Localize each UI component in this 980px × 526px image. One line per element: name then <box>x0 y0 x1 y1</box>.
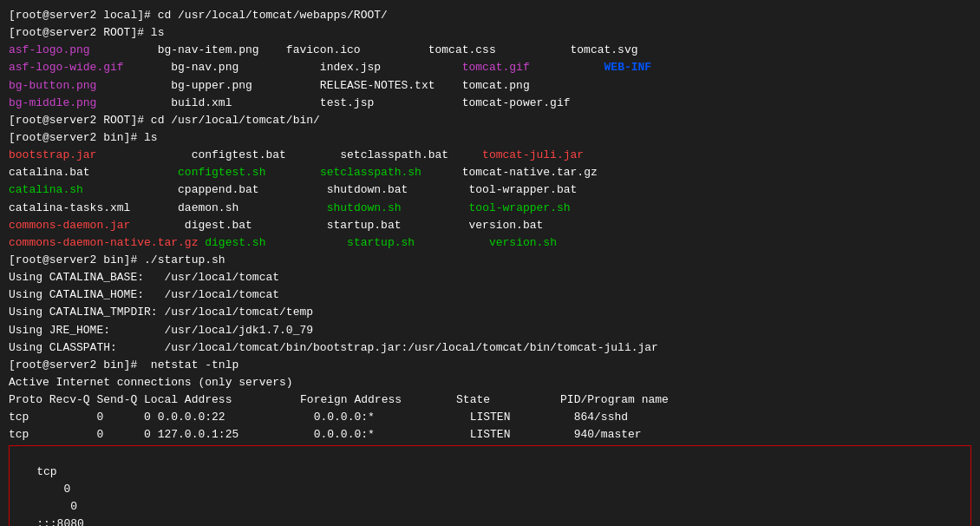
output-text: Using JRE_HOME: /usr/local/jdk1.7.0_79 <box>9 322 313 339</box>
file-list: bg-upper.png RELEASE-NOTES.txt tomcat.pn… <box>96 77 529 95</box>
spacing <box>265 164 319 181</box>
output-text: Using CLASSPATH: /usr/local/tomcat/bin/b… <box>9 339 658 357</box>
col-proto: tcp <box>36 465 97 478</box>
header-state: State <box>456 391 560 409</box>
output-text: Using CATALINA_BASE: /usr/local/tomcat <box>9 269 279 286</box>
cmd-text: [root@server2 local]# cd /usr/local/tomc… <box>9 7 388 24</box>
col-local: :::8080 <box>36 516 193 526</box>
line-cmd3: [root@server2 ROOT]# cd /usr/local/tomca… <box>9 112 971 129</box>
startup-out-3: Using CATALINA_TMPDIR: /usr/local/tomcat… <box>9 304 971 321</box>
col-pid: 864/sshd <box>574 409 628 426</box>
file-list: bg-nav-item.png favicon.ico tomcat.css t… <box>90 42 638 59</box>
file-configtest-sh: configtest.sh <box>178 164 265 181</box>
header-pid: PID/Program name <box>560 391 669 409</box>
line-cmd4: [root@server2 bin]# ls <box>9 129 971 147</box>
netstat-header: Proto Recv-Q Send-Q Local Address Foreig… <box>9 391 971 409</box>
cmd-text: [root@server2 ROOT]# ls <box>9 24 164 42</box>
file-daemon-sh-label: daemon.sh <box>178 200 327 217</box>
col-proto: tcp <box>9 409 69 426</box>
dir-name-webinf: WEB-INF <box>604 59 652 76</box>
bin-ls-4: catalina-tasks.xml daemon.sh shutdown.sh… <box>9 200 971 217</box>
file-list: configtest.bat setclasspath.bat <box>96 147 482 164</box>
col-recvq: 0 <box>69 426 110 444</box>
cmd-text: [root@server2 bin]# ./startup.sh <box>9 252 225 269</box>
file-name: bg-middle.png <box>9 95 96 112</box>
col-state: LISTEN <box>470 426 574 444</box>
col-foreign: 0.0.0.0:* <box>314 426 470 444</box>
startup-out-2: Using CATALINA_HOME: /usr/local/tomcat <box>9 286 971 304</box>
file-catalina-tasks: catalina-tasks.xml <box>9 200 178 217</box>
file-digest-sh: digest.sh <box>205 234 265 252</box>
file-catalina-sh: catalina.sh <box>9 181 83 199</box>
col-foreign: 0.0.0.0:* <box>314 409 470 426</box>
file-list: build.xml test.jsp tomcat-power.gif <box>96 95 570 112</box>
header-sendq: Send-Q <box>96 391 144 409</box>
header-local: Local Address <box>144 391 300 409</box>
netstat-row-3-highlighted: tcp 0 0 :::8080 :::* LISTEN 1068/java <box>9 445 971 526</box>
active-connections-label: Active Internet connections (only server… <box>9 374 971 391</box>
file-tomcat-juli: tomcat-juli.jar <box>482 147 584 164</box>
output-text: Active Internet connections (only server… <box>9 374 293 391</box>
col-recvq: 0 <box>69 409 110 426</box>
line-cmd2: [root@server2 ROOT]# ls <box>9 24 971 42</box>
spacing <box>530 59 604 76</box>
netstat-row-2: tcp 0 0 127.0.0.1:25 0.0.0.0:* LISTEN 94… <box>9 426 971 444</box>
header-foreign: Foreign Address <box>300 391 456 409</box>
terminal: [root@server2 local]# cd /usr/local/tomc… <box>9 7 971 526</box>
col-pid: 940/master <box>574 426 642 444</box>
file-tool-wrapper-sh: tool-wrapper.sh <box>469 200 571 217</box>
ls-row-4: bg-middle.png build.xml test.jsp tomcat-… <box>9 95 971 112</box>
header-recvq: Recv-Q <box>49 391 97 409</box>
col-proto: tcp <box>9 426 69 444</box>
file-name: bg-button.png <box>9 77 96 95</box>
bin-ls-2: catalina.bat configtest.sh setclasspath.… <box>9 164 971 181</box>
file-version-sh: version.sh <box>489 234 557 252</box>
startup-out-5: Using CLASSPATH: /usr/local/tomcat/bin/b… <box>9 339 971 357</box>
col-state: LISTEN <box>470 409 574 426</box>
startup-out-1: Using CATALINA_BASE: /usr/local/tomcat <box>9 269 971 286</box>
file-name-tomcat-gif: tomcat.gif <box>462 59 530 76</box>
file-list: digest.bat startup.bat version.bat <box>130 217 543 234</box>
bin-ls-1: bootstrap.jar configtest.bat setclasspat… <box>9 147 971 164</box>
col-sendq: 0 <box>110 426 158 444</box>
startup-out-4: Using JRE_HOME: /usr/local/jdk1.7.0_79 <box>9 322 971 339</box>
bin-ls-3: catalina.sh cpappend.bat shutdown.bat to… <box>9 181 971 199</box>
line-cmd1: [root@server2 local]# cd /usr/local/tomc… <box>9 7 971 24</box>
bin-ls-5: commons-daemon.jar digest.bat startup.ba… <box>9 217 971 234</box>
line-netstat-cmd: [root@server2 bin]# netstat -tnlp <box>9 357 971 374</box>
file-shutdown-sh: shutdown.sh <box>327 200 402 217</box>
ls-row-1: asf-logo.png bg-nav-item.png favicon.ico… <box>9 42 971 59</box>
file-catalina-bat: catalina.bat <box>9 164 178 181</box>
file-name: asf-logo-wide.gif <box>9 59 124 76</box>
line-startup-cmd: [root@server2 bin]# ./startup.sh <box>9 252 971 269</box>
netstat-row-1: tcp 0 0 0.0.0.0:22 0.0.0.0:* LISTEN 864/… <box>9 409 971 426</box>
cmd-text: [root@server2 bin]# ls <box>9 129 158 147</box>
spacing <box>415 234 489 252</box>
cmd-text: [root@server2 ROOT]# cd /usr/local/tomca… <box>9 112 320 129</box>
spacing <box>265 234 347 252</box>
col-local: 127.0.0.1:25 <box>158 426 314 444</box>
file-commons-daemon-native: commons-daemon-native.tar.gz <box>9 234 205 252</box>
file-tomcat-native: tomcat-native.tar.gz <box>421 164 598 181</box>
file-list: cpappend.bat shutdown.bat tool-wrapper.b… <box>83 181 578 199</box>
file-setclasspath-sh: setclasspath.sh <box>320 164 421 181</box>
file-bootstrap-jar: bootstrap.jar <box>9 147 96 164</box>
file-list: bg-nav.png index.jsp <box>124 59 462 76</box>
file-commons-daemon-jar: commons-daemon.jar <box>9 217 130 234</box>
ls-row-3: bg-button.png bg-upper.png RELEASE-NOTES… <box>9 77 971 95</box>
cmd-text: [root@server2 bin]# netstat -tnlp <box>9 357 238 374</box>
bin-ls-6: commons-daemon-native.tar.gz digest.sh s… <box>9 234 971 252</box>
output-text: Using CATALINA_HOME: /usr/local/tomcat <box>9 286 279 304</box>
file-startup-sh: startup.sh <box>347 234 415 252</box>
ls-row-2: asf-logo-wide.gif bg-nav.png index.jsp t… <box>9 59 971 76</box>
output-text: Using CATALINA_TMPDIR: /usr/local/tomcat… <box>9 304 313 321</box>
col-local: 0.0.0.0:22 <box>158 409 314 426</box>
header-proto: Proto <box>9 391 49 409</box>
col-recvq: 0 <box>36 483 77 496</box>
col-sendq: 0 <box>36 500 84 513</box>
col-sendq: 0 <box>110 409 158 426</box>
file-name: asf-logo.png <box>9 42 90 59</box>
spacing <box>402 200 469 217</box>
